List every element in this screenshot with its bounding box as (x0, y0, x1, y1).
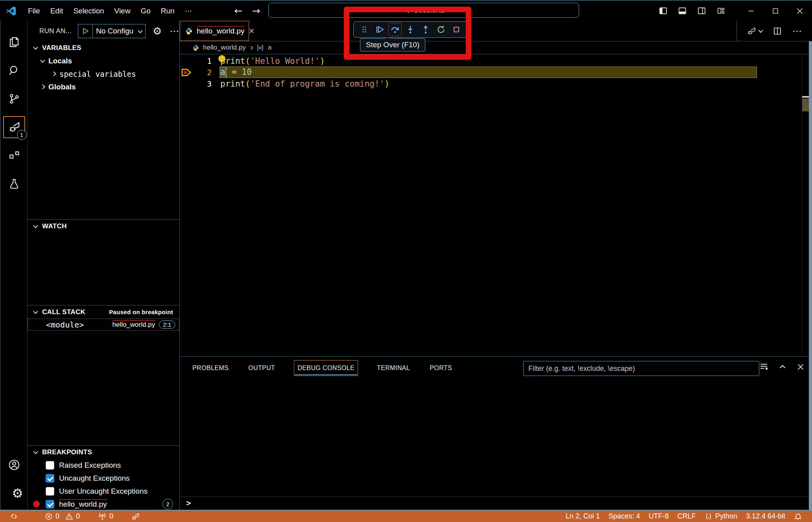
language-mode[interactable]: Python (700, 511, 742, 522)
menu-run[interactable]: Run (156, 4, 180, 18)
checkbox[interactable] (46, 461, 54, 470)
settings-gear-icon[interactable]: ⚙ (0, 479, 28, 507)
tab-hello-world[interactable]: hello_world.py (180, 21, 249, 41)
cursor-position[interactable]: Ln 2, Col 1 (561, 511, 604, 522)
ports-indicator[interactable]: 0 (94, 511, 118, 522)
sidebar-item-source-control[interactable] (0, 85, 28, 113)
tab-output[interactable]: OUTPUT (247, 360, 276, 376)
debug-config-dropdown[interactable]: No Configu (78, 24, 146, 38)
search-sidebar-icon (8, 64, 20, 77)
breakpoints-header[interactable]: BREAKPOINTS (28, 446, 179, 459)
errors-warnings-indicator[interactable]: 0 0 (41, 511, 84, 522)
variables-header[interactable]: VARIABLES (28, 41, 179, 54)
breakpoint-file-row[interactable]: hello_world.py 2 (28, 498, 179, 510)
current-code-line[interactable]: 2 a = 10 (180, 67, 812, 78)
call-stack-header[interactable]: CALL STACK Paused on breakpoint (28, 305, 179, 318)
menu-go[interactable]: Go (135, 4, 155, 18)
notifications-bell-icon[interactable] (790, 511, 806, 522)
python-version[interactable]: 3.12.4 64-bit (742, 511, 790, 522)
debug-settings-gear-icon[interactable]: ⚙ (153, 25, 162, 37)
breakpoint-count-badge: 2 (162, 499, 173, 509)
checkbox[interactable] (46, 500, 54, 509)
start-debug-icon[interactable] (78, 27, 92, 35)
remote-indicator[interactable] (6, 511, 22, 522)
breakpoint-row[interactable]: Uncaught Exceptions (28, 472, 179, 485)
variables-globals-row[interactable]: Globals (28, 80, 179, 93)
menu-edit[interactable]: Edit (45, 4, 68, 18)
debug-console-input-row[interactable]: > (180, 496, 809, 509)
step-over-button[interactable] (388, 23, 402, 36)
stack-frame-row[interactable]: <module> hello_world.py 2:1 (28, 318, 179, 331)
split-editor-icon[interactable] (773, 26, 782, 36)
toggle-panel-icon[interactable] (678, 6, 687, 15)
tab-debug-console[interactable]: DEBUG CONSOLE (294, 360, 358, 376)
breakpoint-row[interactable]: Raised Exceptions (28, 459, 179, 472)
menu-view[interactable]: View (109, 4, 136, 18)
variables-title: VARIABLES (42, 44, 81, 52)
chevron-down-icon (758, 28, 763, 33)
paused-breakpoint-icon[interactable] (181, 68, 192, 77)
clear-console-icon[interactable] (759, 362, 769, 372)
forward-arrow-icon[interactable]: → (249, 5, 264, 17)
debug-session-indicator[interactable] (126, 511, 144, 522)
encoding[interactable]: UTF-8 (644, 511, 673, 522)
toggle-sidebar-icon[interactable] (659, 6, 668, 15)
sidebar-item-extensions[interactable] (0, 141, 28, 170)
language-label: Python (715, 512, 737, 520)
close-window-button[interactable] (788, 1, 812, 21)
call-stack-title: CALL STACK (42, 308, 85, 316)
restart-button[interactable] (434, 23, 448, 36)
sidebar-item-testing[interactable] (0, 170, 28, 198)
breadcrumb[interactable]: hello_world.py a (180, 41, 812, 54)
tab-terminal[interactable]: TERMINAL (376, 360, 411, 376)
menu-file[interactable]: File (23, 4, 45, 18)
menu-more-icon[interactable]: ⋯ (180, 4, 197, 18)
eol-sequence[interactable]: CRLF (673, 511, 700, 522)
breakpoints-title: BREAKPOINTS (42, 448, 92, 456)
stop-button[interactable] (450, 23, 463, 36)
chevron-down-icon (40, 58, 45, 63)
sidebar-item-search[interactable] (0, 56, 28, 85)
tab-label: hello_world.py (197, 27, 244, 35)
watch-header[interactable]: WATCH (28, 220, 179, 233)
sidebar-item-explorer[interactable] (0, 28, 28, 56)
python-icon (185, 27, 193, 35)
breadcrumb-symbol[interactable]: a (268, 44, 271, 52)
breakpoint-row[interactable]: User Uncaught Exceptions (28, 485, 179, 498)
maximize-button[interactable] (763, 1, 788, 21)
account-icon[interactable] (0, 451, 28, 479)
editor-scrollbar[interactable] (809, 41, 812, 510)
maximize-panel-icon[interactable] (778, 363, 787, 371)
variables-locals-row[interactable]: Locals (28, 54, 179, 67)
step-out-button[interactable] (419, 23, 432, 36)
toolbar-drag-handle[interactable] (358, 23, 371, 36)
command-center-search[interactable]: Session2 (268, 3, 579, 18)
indentation[interactable]: Spaces: 4 (604, 511, 644, 522)
continue-button[interactable] (373, 23, 386, 36)
editor-tab-bar: hello_world.py ⋯ (180, 21, 812, 41)
menu-selection[interactable]: Selection (68, 4, 109, 18)
code-line[interactable]: 3 print('End of program is coming!') (180, 78, 812, 89)
debug-toolbar[interactable] (353, 21, 467, 38)
tab-problems[interactable]: PROBLEMS (192, 360, 229, 376)
sidebar-more-actions-icon[interactable]: ⋯ (170, 26, 180, 37)
close-tab-icon[interactable] (248, 28, 255, 34)
toggle-secondary-sidebar-icon[interactable] (697, 6, 706, 15)
minimize-button[interactable] (739, 1, 763, 21)
customize-layout-icon[interactable] (716, 6, 725, 15)
checkbox[interactable] (46, 474, 54, 483)
tab-ports[interactable]: PORTS (429, 360, 453, 376)
step-into-button[interactable] (404, 23, 417, 36)
variables-special-row[interactable]: special variables (28, 67, 179, 80)
code-line[interactable]: 1 print('Hello World!') (180, 55, 812, 67)
checkbox[interactable] (46, 487, 54, 496)
breadcrumb-file[interactable]: hello_world.py (203, 44, 246, 52)
close-panel-icon[interactable] (796, 363, 805, 371)
debug-console-filter-input[interactable] (523, 361, 759, 376)
sidebar-item-run-debug[interactable]: 1 (0, 113, 28, 141)
editor-more-actions-icon[interactable]: ⋯ (792, 26, 803, 37)
code-editor[interactable]: 1 print('Hello World!') 2 a = 10 3 print… (180, 54, 812, 356)
back-arrow-icon[interactable]: ← (231, 5, 246, 17)
breakpoint-dot-icon (33, 501, 40, 507)
run-python-file-button[interactable] (746, 26, 762, 36)
